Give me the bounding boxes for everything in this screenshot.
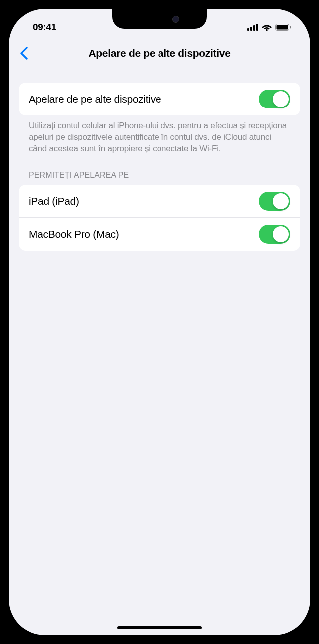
front-camera: [172, 16, 179, 23]
svg-rect-6: [277, 25, 288, 30]
svg-rect-0: [247, 28, 249, 31]
notch: [112, 9, 207, 29]
device-toggle-macbook[interactable]: [259, 225, 290, 244]
device-toggle-ipad[interactable]: [259, 192, 290, 211]
silent-switch: [0, 119, 0, 139]
home-indicator[interactable]: [117, 626, 202, 629]
content-area: Apelare de pe alte dispozitive Utilizați…: [9, 71, 310, 251]
chevron-left-icon: [20, 47, 28, 60]
device-label: MacBook Pro (Mac): [29, 228, 119, 240]
device-label: iPad (iPad): [29, 195, 79, 207]
navigation-bar: Apelare de pe alte dispozitive: [9, 39, 310, 71]
phone-frame: 09:41: [0, 0, 319, 644]
back-button[interactable]: [19, 46, 29, 61]
toggle-knob: [273, 91, 289, 107]
toggle-knob: [273, 193, 289, 209]
calls-on-other-devices-toggle[interactable]: [259, 90, 290, 108]
main-toggle-description: Utilizați contul celular al iPhone-ului …: [19, 115, 300, 155]
screen: 09:41: [9, 9, 310, 635]
device-row-macbook: MacBook Pro (Mac): [19, 217, 300, 251]
svg-rect-3: [256, 24, 258, 31]
status-time: 09:41: [33, 22, 56, 33]
cellular-signal-icon: [247, 24, 258, 31]
page-title: Apelare de pe alte dispozitive: [88, 47, 230, 59]
svg-rect-2: [253, 25, 255, 31]
device-row-ipad: iPad (iPad): [19, 185, 300, 217]
devices-group: iPad (iPad) MacBook Pro (Mac): [19, 185, 300, 251]
volume-down-button: [0, 202, 0, 239]
toggle-knob: [273, 226, 289, 242]
status-icons: [247, 24, 291, 31]
volume-up-button: [0, 154, 0, 192]
svg-rect-1: [250, 27, 252, 31]
wifi-icon: [262, 24, 272, 31]
calls-on-other-devices-row: Apelare de pe alte dispozitive: [19, 83, 300, 115]
battery-icon: [275, 24, 291, 31]
main-toggle-group: Apelare de pe alte dispozitive: [19, 83, 300, 115]
svg-point-4: [266, 29, 268, 31]
calls-on-other-devices-label: Apelare de pe alte dispozitive: [29, 93, 161, 105]
svg-rect-7: [290, 26, 291, 29]
devices-section-header: PERMITEȚI APELAREA PE: [19, 155, 300, 185]
